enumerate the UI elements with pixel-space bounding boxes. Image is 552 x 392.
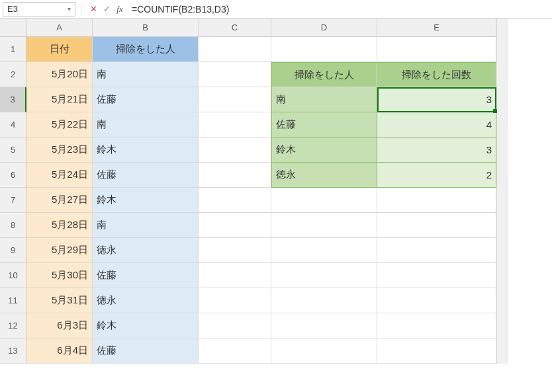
cell-C5[interactable] <box>199 137 271 163</box>
cell-D12[interactable] <box>271 313 377 338</box>
cell-B8[interactable]: 南 <box>93 213 199 238</box>
cell-E5[interactable]: 3 <box>377 137 496 163</box>
cell-D5[interactable]: 鈴木 <box>271 137 377 163</box>
cell-A13[interactable]: 6月4日 <box>26 338 93 364</box>
cell-D4[interactable]: 佐藤 <box>271 112 377 137</box>
cell-D8[interactable] <box>271 213 377 238</box>
cell-A12[interactable]: 6月3日 <box>26 313 93 338</box>
separator <box>81 3 81 16</box>
cell-A8[interactable]: 5月28日 <box>26 213 93 238</box>
cell-B2[interactable]: 南 <box>93 62 199 87</box>
name-box-value: E3 <box>7 4 18 14</box>
cell-B1[interactable]: 掃除をした人 <box>93 37 199 62</box>
row-header-11[interactable]: 11 <box>0 288 26 313</box>
cell-D11[interactable] <box>271 288 377 313</box>
col-header-A[interactable]: A <box>26 19 93 37</box>
cell-C8[interactable] <box>199 213 271 238</box>
cell-A11[interactable]: 5月31日 <box>26 288 93 313</box>
cell-C1[interactable] <box>199 37 271 62</box>
name-box[interactable]: E3 ▾ <box>3 2 75 17</box>
cell-B3[interactable]: 佐藤 <box>93 87 199 112</box>
cell-C10[interactable] <box>199 263 271 288</box>
cell-A2[interactable]: 5月20日 <box>26 62 93 87</box>
cell-C7[interactable] <box>199 188 271 213</box>
fx-icon[interactable]: fx <box>113 3 126 16</box>
cell-A1[interactable]: 日付 <box>26 37 93 62</box>
cell-C2[interactable] <box>199 62 271 87</box>
cell-E2[interactable]: 掃除をした回数 <box>377 62 496 87</box>
cell-E10[interactable] <box>377 263 496 288</box>
cell-A7[interactable]: 5月27日 <box>26 188 93 213</box>
row-header-10[interactable]: 10 <box>0 263 26 288</box>
row-header-12[interactable]: 12 <box>0 313 26 338</box>
row-header-3[interactable]: 3 <box>0 87 26 112</box>
cell-C3[interactable] <box>199 87 271 112</box>
row-header-9[interactable]: 9 <box>0 238 26 263</box>
cell-A10[interactable]: 5月30日 <box>26 263 93 288</box>
cell-D2[interactable]: 掃除をした人 <box>271 62 377 87</box>
cell-B5[interactable]: 鈴木 <box>93 137 199 163</box>
cell-C9[interactable] <box>199 238 271 263</box>
cell-B11[interactable]: 徳永 <box>93 288 199 313</box>
cell-B4[interactable]: 南 <box>93 112 199 137</box>
cell-C6[interactable] <box>199 163 271 188</box>
cell-E6[interactable]: 2 <box>377 163 496 188</box>
cell-B7[interactable]: 鈴木 <box>93 188 199 213</box>
cell-E7[interactable] <box>377 188 496 213</box>
cell-E12[interactable] <box>377 313 496 338</box>
cell-B13[interactable]: 佐藤 <box>93 338 199 364</box>
cell-A3[interactable]: 5月21日 <box>26 87 93 112</box>
cell-E13[interactable] <box>377 338 496 364</box>
cell-E8[interactable] <box>377 213 496 238</box>
name-box-dropdown-icon[interactable]: ▾ <box>68 5 71 13</box>
col-header-E[interactable]: E <box>377 19 496 37</box>
cell-D7[interactable] <box>271 188 377 213</box>
cell-B10[interactable]: 佐藤 <box>93 263 199 288</box>
row-header-1[interactable]: 1 <box>0 37 26 62</box>
cell-B12[interactable]: 鈴木 <box>93 313 199 338</box>
cell-C11[interactable] <box>199 288 271 313</box>
cell-D3[interactable]: 南 <box>271 87 377 112</box>
cell-D6[interactable]: 徳永 <box>271 163 377 188</box>
cancel-icon[interactable]: ✕ <box>87 3 100 16</box>
row-header-4[interactable]: 4 <box>0 112 26 137</box>
cell-C12[interactable] <box>199 313 271 338</box>
row-header-8[interactable]: 8 <box>0 213 26 238</box>
cell-D10[interactable] <box>271 263 377 288</box>
row-header-7[interactable]: 7 <box>0 188 26 213</box>
cell-E11[interactable] <box>377 288 496 313</box>
row-header-2[interactable]: 2 <box>0 62 26 87</box>
cell-A6[interactable]: 5月24日 <box>26 163 93 188</box>
cell-C4[interactable] <box>199 112 271 137</box>
col-header-B[interactable]: B <box>93 19 199 37</box>
cell-E3[interactable]: 3 <box>377 87 496 112</box>
cell-A9[interactable]: 5月29日 <box>26 238 93 263</box>
formula-bar: E3 ▾ ✕ ✓ fx =COUNTIF(B2:B13,D3) <box>0 0 552 19</box>
cell-A4[interactable]: 5月22日 <box>26 112 93 137</box>
spreadsheet-grid: 1 2 3 4 5 6 7 8 9 10 11 12 13 A B C D E … <box>0 19 552 364</box>
row-header-5[interactable]: 5 <box>0 137 26 163</box>
cell-D1[interactable] <box>271 37 377 62</box>
cell-E1[interactable] <box>377 37 496 62</box>
col-header-D[interactable]: D <box>271 19 377 37</box>
row-header-6[interactable]: 6 <box>0 163 26 188</box>
cell-A5[interactable]: 5月23日 <box>26 137 93 163</box>
cell-B6[interactable]: 佐藤 <box>93 163 199 188</box>
row-header-13[interactable]: 13 <box>0 338 26 364</box>
cell-E4[interactable]: 4 <box>377 112 496 137</box>
select-all-corner[interactable] <box>0 19 26 37</box>
cell-D9[interactable] <box>271 238 377 263</box>
cell-C13[interactable] <box>199 338 271 364</box>
col-header-C[interactable]: C <box>199 19 271 37</box>
formula-input[interactable]: =COUNTIF(B2:B13,D3) <box>126 4 552 15</box>
cell-D13[interactable] <box>271 338 377 364</box>
scrollbar-vertical[interactable] <box>496 19 508 364</box>
cell-B9[interactable]: 徳永 <box>93 238 199 263</box>
cell-E9[interactable] <box>377 238 496 263</box>
enter-icon[interactable]: ✓ <box>100 3 113 16</box>
